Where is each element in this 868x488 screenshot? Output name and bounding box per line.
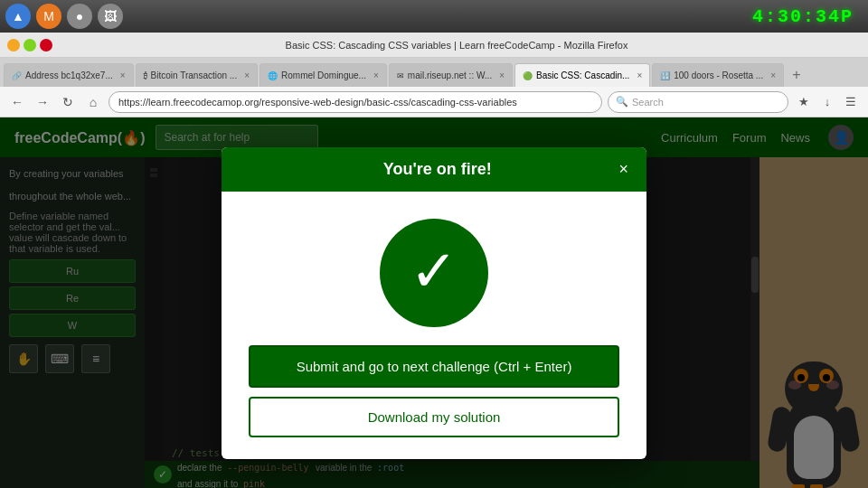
home-button[interactable]: ⌂: [83, 92, 103, 112]
tab-close-6[interactable]: ×: [770, 70, 776, 80]
tab-label-4: mail.riseup.net :: W...: [408, 70, 492, 80]
modal-close-button[interactable]: ×: [618, 161, 628, 177]
tab-favicon-2: ₿: [144, 71, 147, 80]
bookmark-icon[interactable]: ★: [794, 92, 814, 112]
tab-label-5: Basic CSS: Cascadin...: [536, 70, 629, 80]
tab-close-2[interactable]: ×: [244, 70, 250, 80]
modal-body: ✓ Submit and go to next challenge (Ctrl …: [222, 192, 646, 459]
reload-button[interactable]: ↻: [58, 92, 78, 112]
tab-favicon-5: 🟢: [523, 71, 533, 80]
minimize-button[interactable]: [7, 39, 20, 52]
back-button[interactable]: ←: [7, 92, 27, 112]
modal-buttons: Submit and go to next challenge (Ctrl + …: [249, 345, 619, 437]
tab-favicon-3: 🌐: [268, 71, 278, 80]
tab-bar: 🔗 Address bc1q32xe7... × ₿ Bitcoin Trans…: [0, 58, 868, 87]
tab-5-active[interactable]: 🟢 Basic CSS: Cascadin... ×: [514, 63, 650, 87]
app-icon-1[interactable]: ▲: [5, 4, 31, 29]
menu-icon[interactable]: ☰: [841, 92, 861, 112]
tab-close-3[interactable]: ×: [373, 70, 379, 80]
modal-overlay: You're on fire! × ✓ Submit and go to nex…: [0, 117, 868, 488]
tab-1[interactable]: 🔗 Address bc1q32xe7... ×: [4, 63, 134, 87]
tab-close-4[interactable]: ×: [499, 70, 505, 80]
search-icon: 🔍: [616, 96, 628, 108]
browser-content: freeCodeCamp(🔥) Search at for help Curri…: [0, 117, 868, 488]
maximize-button[interactable]: [24, 39, 36, 52]
close-button[interactable]: [40, 39, 52, 52]
app-icon-3[interactable]: ●: [67, 4, 92, 29]
app-icon-2[interactable]: M: [36, 4, 61, 29]
tab-6[interactable]: 🔢 100 doors - Rosetta ... ×: [652, 63, 784, 87]
window-controls: [7, 39, 52, 52]
tab-4[interactable]: ✉ mail.riseup.net :: W... ×: [389, 63, 513, 87]
forward-button[interactable]: →: [33, 92, 52, 112]
download-icon[interactable]: ↓: [817, 92, 837, 112]
modal-title: You're on fire!: [256, 160, 618, 179]
submit-next-challenge-button[interactable]: Submit and go to next challenge (Ctrl + …: [249, 345, 619, 388]
tab-favicon-4: ✉: [397, 71, 404, 80]
window-title: Basic CSS: Cascading CSS variables | Lea…: [52, 40, 861, 51]
tab-2[interactable]: ₿ Bitcoin Transaction ... ×: [136, 63, 258, 87]
url-text: https://learn.freecodecamop.org/responsi…: [118, 97, 517, 108]
toolbar-icons: ★ ↓ ☰: [794, 92, 861, 112]
search-placeholder: Search: [632, 97, 664, 108]
success-circle: ✓: [380, 219, 488, 327]
tab-3[interactable]: 🌐 Rommel Domingue... ×: [259, 63, 387, 87]
tab-close-1[interactable]: ×: [120, 70, 126, 80]
address-bar: ← → ↻ ⌂ https://learn.freecodecamop.org/…: [0, 87, 868, 117]
tab-label-6: 100 doors - Rosetta ...: [674, 70, 763, 80]
app-icon-4[interactable]: 🖼: [98, 4, 123, 29]
success-checkmark-icon: ✓: [410, 242, 458, 300]
browser-search-box[interactable]: 🔍 Search: [608, 91, 788, 113]
url-bar[interactable]: https://learn.freecodecamop.org/responsi…: [108, 91, 602, 113]
taskbar-clock: 4:30:34P: [752, 6, 854, 27]
success-modal: You're on fire! × ✓ Submit and go to nex…: [222, 147, 646, 459]
modal-header: You're on fire! ×: [222, 147, 646, 192]
tab-label-3: Rommel Domingue...: [281, 70, 366, 80]
taskbar: ▲ M ● 🖼 4:30:34P: [0, 0, 868, 33]
tab-label-2: Bitcoin Transaction ...: [151, 70, 238, 80]
new-tab-button[interactable]: +: [786, 63, 807, 87]
tab-close-5[interactable]: ×: [637, 70, 642, 80]
download-solution-button[interactable]: Download my solution: [249, 397, 619, 437]
tab-label-1: Address bc1q32xe7...: [25, 70, 113, 80]
browser: Basic CSS: Cascading CSS variables | Lea…: [0, 33, 868, 488]
tab-favicon-1: 🔗: [12, 71, 22, 80]
taskbar-apps: ▲ M ● 🖼: [5, 4, 752, 29]
browser-titlebar: Basic CSS: Cascading CSS variables | Lea…: [0, 33, 868, 58]
tab-favicon-6: 🔢: [660, 71, 670, 80]
